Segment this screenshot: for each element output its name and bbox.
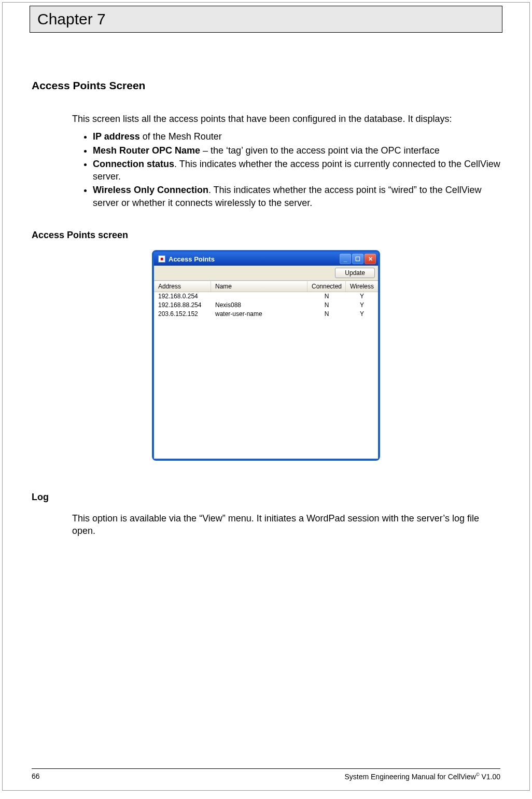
cell-name: water-user-name xyxy=(211,310,307,319)
toolbar: Update xyxy=(154,266,378,281)
bullet-item: Wireless Only Connection. This indicates… xyxy=(93,184,500,209)
access-points-window: ■ Access Points _ ☐ ✕ Update Address Nam… xyxy=(152,250,380,461)
intro-paragraph: This screen lists all the access points … xyxy=(72,113,500,125)
column-header-address[interactable]: Address xyxy=(154,281,211,292)
cell-wireless: Y xyxy=(346,310,378,319)
page-footer: 66 System Engineering Manual for CellVie… xyxy=(32,768,500,781)
bullet-item: Connection status. This indicates whethe… xyxy=(93,158,500,183)
column-header-name[interactable]: Name xyxy=(211,281,307,292)
table-row[interactable]: 192.168.0.254 N Y xyxy=(154,292,378,301)
page-number: 66 xyxy=(32,772,40,781)
bullet-bold: IP address xyxy=(93,131,140,142)
close-icon[interactable]: ✕ xyxy=(365,254,376,264)
section-access-points-screen: Access Points Screen xyxy=(32,79,500,92)
cell-name: Nexis088 xyxy=(211,301,307,310)
section-log: Log xyxy=(32,492,500,503)
footer-version: V1.00 xyxy=(480,773,500,781)
window-title: Access Points xyxy=(169,255,340,263)
bullet-rest: of the Mesh Router xyxy=(140,131,222,142)
cell-connected: N xyxy=(307,301,346,310)
minimize-icon[interactable]: _ xyxy=(340,254,351,264)
rows-area: 192.168.0.254 N Y 192.168.88.254 Nexis08… xyxy=(154,292,378,459)
app-icon: ■ xyxy=(158,255,165,263)
bullet-bold: Connection status xyxy=(93,159,174,169)
chapter-header: Chapter 7 xyxy=(30,6,502,33)
maximize-icon[interactable]: ☐ xyxy=(352,254,363,264)
bullet-rest: – the ‘tag’ given to the access point vi… xyxy=(200,145,440,156)
registered-symbol: © xyxy=(476,772,480,777)
cell-address: 203.6.152.152 xyxy=(154,310,211,319)
bullet-list: IP address of the Mesh Router Mesh Route… xyxy=(72,130,500,209)
table-row[interactable]: 203.6.152.152 water-user-name N Y xyxy=(154,310,378,319)
cell-address: 192.168.0.254 xyxy=(154,293,211,301)
table-row[interactable]: 192.168.88.254 Nexis088 N Y xyxy=(154,301,378,310)
bullet-item: IP address of the Mesh Router xyxy=(93,130,500,143)
footer-right: System Engineering Manual for CellView© … xyxy=(344,772,500,781)
bullet-item: Mesh Router OPC Name – the ‘tag’ given t… xyxy=(93,144,500,157)
log-paragraph: This option is available via the “View” … xyxy=(72,512,500,538)
cell-wireless: Y xyxy=(346,293,378,301)
column-header-wireless[interactable]: Wireless xyxy=(346,281,378,292)
column-header-connected[interactable]: Connected xyxy=(307,281,346,292)
bullet-bold: Wireless Only Connection xyxy=(93,185,208,195)
column-headers: Address Name Connected Wireless xyxy=(154,281,378,292)
cell-wireless: Y xyxy=(346,301,378,310)
figure-caption: Access Points screen xyxy=(32,230,500,241)
cell-connected: N xyxy=(307,310,346,319)
cell-address: 192.168.88.254 xyxy=(154,301,211,310)
cell-name xyxy=(211,293,307,301)
cell-connected: N xyxy=(307,293,346,301)
update-button[interactable]: Update xyxy=(335,268,375,278)
footer-doc-title: System Engineering Manual for CellView xyxy=(344,773,475,781)
bullet-bold: Mesh Router OPC Name xyxy=(93,145,200,156)
window-titlebar[interactable]: ■ Access Points _ ☐ ✕ xyxy=(154,252,378,266)
